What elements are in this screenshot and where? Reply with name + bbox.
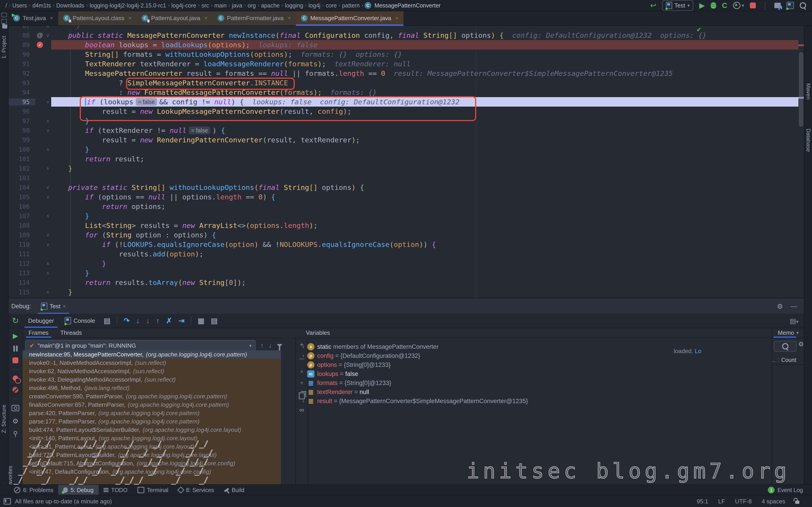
code-line[interactable]: 98∨ if (textRenderer != null= false) { [8,126,798,135]
line-number[interactable]: 115 [8,289,35,296]
variable-row[interactable]: ≣formats = {String[0]@1233} [300,379,772,388]
line-number[interactable]: 109 [8,232,35,238]
code-line[interactable]: 89✔ boolean lookups = loadLookups(option… [8,40,798,50]
code-line[interactable]: 103 [8,173,798,183]
fold-marker[interactable]: ∧ [44,289,51,295]
thread-dump-icon[interactable] [11,405,19,411]
debugger-settings-icon[interactable]: ⚙ [12,417,18,425]
tab-memory[interactable]: Memo ▾ [772,328,804,338]
breadcrumb-item[interactable]: Downloads [55,2,86,9]
line-number[interactable]: 97 [8,117,35,124]
editor-tab-options[interactable] [0,11,8,27]
lock-icon[interactable] [795,501,799,504]
tab-threads[interactable]: Threads [54,328,88,338]
code-line[interactable]: 108 List<String> results = new ArrayList… [8,221,798,230]
breadcrumb[interactable]: /›Users›d4m1ts›Downloads›logging-log4j2-… [0,2,442,9]
fold-marker[interactable]: ∨ [44,242,51,247]
profiler-button[interactable]: ▾ [733,2,744,9]
code-line[interactable]: 90 String[] formats = withoutLookupOptio… [8,50,798,59]
stack-frame[interactable]: build:770, PatternLayout$Builder,(org.ap… [23,451,281,459]
line-number[interactable]: 111 [8,250,35,258]
stack-frame[interactable]: build:474, PatternLayout$SerializerBuild… [23,426,281,434]
run-anything-icon[interactable] [786,2,794,9]
close-icon[interactable]: × [288,15,291,21]
run-to-cursor-icon[interactable]: ⇥ [175,317,188,325]
line-number[interactable]: 110 [8,241,35,248]
line-number[interactable]: 106 [8,203,35,210]
line-number[interactable]: 112 [8,260,35,267]
tool-stripe-structure[interactable]: Z: Structure [1,405,7,433]
expand-arrow-icon[interactable]: › [300,398,307,404]
coverage-button[interactable]: C [722,2,727,9]
run-button[interactable]: ▶ [699,2,705,9]
code-line[interactable]: 115∧ } [8,287,798,297]
code-line[interactable]: 99 result = new RenderingPatternConverte… [8,135,798,145]
line-number[interactable]: 89 [8,42,35,48]
line-number[interactable]: 101 [8,156,35,163]
expand-arrow-icon[interactable]: › [300,344,307,350]
line-number[interactable]: 99 [8,136,35,144]
breadcrumb-item[interactable]: main [213,2,228,9]
fold-marker[interactable]: ∧ [44,147,51,152]
tool-stripe-database[interactable]: Database [805,128,812,152]
fold-marker[interactable]: ∨ [44,232,51,238]
line-number[interactable]: 96 [8,108,35,115]
stack-frame[interactable]: <init>:140, PatternLayout,(org.apache.lo… [23,434,281,443]
stack-frame[interactable]: invoke0:-1, NativeMethodAccessorImpl,(su… [23,359,281,367]
fold-marker[interactable]: ∧ [44,118,51,124]
line-ending[interactable]: LF [718,498,725,505]
line-number[interactable]: 114 [8,279,35,286]
line-number[interactable]: 105 [8,193,35,201]
code-line[interactable]: 93 ? SimpleMessagePatternConverter.INSTA… [8,78,798,88]
restore-layout-icon[interactable]: ▤▾ [790,317,804,325]
toolwindow-button-problems[interactable]: 6: Problems [9,485,58,495]
line-number[interactable]: 102 [8,165,35,172]
stack-frame[interactable]: parse:177, PatternParser,(org.apache.log… [23,417,281,426]
rerun-icon[interactable]: ↻ [8,316,23,326]
close-icon[interactable]: × [129,15,132,21]
stack-frame[interactable]: <init>:61, PatternLayout,(org.apache.log… [23,443,281,451]
memory-settings-icon[interactable]: ⚙ [798,340,804,348]
mute-breakpoints-icon[interactable] [12,387,18,393]
breadcrumb-item[interactable]: org [246,2,257,9]
breadcrumb-item[interactable]: MessagePatternConverter [373,2,442,9]
line-number[interactable]: 103 [8,174,35,181]
close-icon[interactable]: × [204,15,208,21]
stack-frame[interactable]: newInstance:95, MessagePatternConverter,… [23,350,281,359]
code-line[interactable]: 111 results.add(option); [8,249,798,259]
editor-tab[interactable]: CMessagePatternConverter.java× [296,11,404,25]
code-line[interactable]: 112∧ } [8,259,798,268]
toolwindow-button-terminal[interactable]: Terminal [133,485,173,495]
memory-search-input[interactable] [774,341,797,352]
code-line[interactable]: 88@∨ public static MessagePatternConvert… [8,31,798,40]
layout-icon[interactable]: ▤ [101,317,114,325]
stack-frame[interactable]: finalizeConverter:657, PatternParser,(or… [23,401,281,409]
code-line[interactable]: 97∧ } [8,116,798,126]
editor-tab[interactable]: CPatternFormatter.java× [212,11,296,25]
fold-marker[interactable]: ∧ [44,213,51,219]
pause-icon[interactable] [13,346,18,351]
close-icon[interactable]: × [395,15,399,21]
fold-marker[interactable]: ∨ [44,33,51,38]
stack-frame[interactable]: invoke:62, NativeMethodAccessorImpl,(sun… [23,367,281,376]
code-line[interactable]: 96 result = new LookupMessagePatternConv… [8,107,798,116]
stop-button[interactable] [750,2,756,8]
breadcrumb-item[interactable]: logging [284,2,305,9]
hide-icon[interactable]: — [791,302,797,310]
debug-session-tab[interactable]: Test × [38,298,69,314]
breadcrumb-item[interactable]: log4j [307,2,322,9]
project-structure-icon[interactable] [774,3,781,8]
breakpoint-icon[interactable]: ✔ [37,42,43,48]
breadcrumb-item[interactable]: log4j-core [170,2,198,9]
event-log[interactable]: 1 Event Log [768,487,812,494]
code-line[interactable]: 91 TextRenderer textRenderer = loadMessa… [8,59,798,69]
code-line[interactable]: 107∧ } [8,211,798,221]
line-number[interactable]: 92 [8,70,35,77]
toolwindow-button-debug[interactable]: 5: Debug [58,485,98,495]
code-line[interactable]: 106 return options; [8,202,798,211]
stack-frame[interactable]: <init>:47, DefaultConfiguration,(org.apa… [23,468,281,476]
toolwindow-button-build[interactable]: Build [219,485,249,495]
thread-selector[interactable]: ✔ "main"@1 in group "main": RUNNING ▾ [26,340,256,351]
breadcrumb-item[interactable]: logging-log4j2-log4j-2.15.0-rc1 [88,2,167,9]
hide-frames-filter-icon[interactable] [277,344,282,347]
